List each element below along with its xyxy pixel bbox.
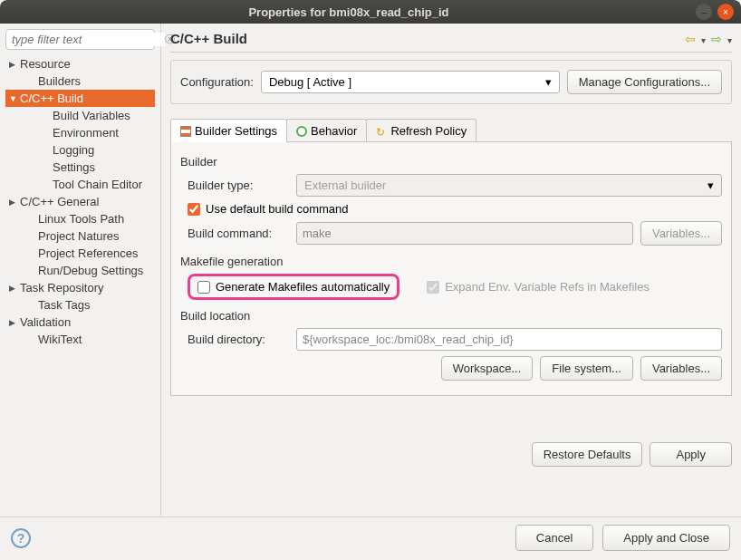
tab-builder-settings[interactable]: Builder Settings [170,119,287,142]
use-default-row: Use default build command [188,202,722,216]
manage-configurations-button[interactable]: Manage Configurations... [567,70,722,94]
build-dir-row: Build directory: [188,328,722,351]
tree-item-label: Settings [53,160,95,174]
tree-item-project-references[interactable]: Project References [5,245,155,262]
cancel-button[interactable]: Cancel [515,525,593,551]
tree-item-label: Resource [20,57,71,71]
build-command-row: Build command: Variables... [188,221,722,246]
chevron-right-icon[interactable]: ▶ [9,318,20,327]
back-menu[interactable] [698,32,706,46]
tree-item-project-natures[interactable]: Project Natures [5,227,155,245]
tree-item-c-c-general[interactable]: ▶C/C++ General [5,193,155,210]
panel-actions: Restore Defaults Apply [170,442,732,467]
tree-item-label: Validation [20,315,71,329]
forward-menu[interactable] [724,32,732,46]
tab-behavior[interactable]: Behavior [286,119,367,142]
tree-item-task-tags[interactable]: Task Tags [5,296,155,314]
expand-env-label: Expand Env. Variable Refs in Makefiles [445,280,650,294]
generate-makefiles-checkbox[interactable] [197,281,210,294]
filesystem-button[interactable]: File system... [540,356,633,381]
back-icon[interactable]: ⇦ [685,32,696,46]
footer: ? Cancel Apply and Close [0,517,741,560]
highlight-annotation: Generate Makefiles automatically [188,274,399,300]
filter-box[interactable]: ⓧ [5,29,155,50]
tree-item-label: Tool Chain Editor [53,178,142,191]
tree-item-label: Linux Tools Path [38,212,124,226]
build-location-legend: Build location [180,309,722,323]
build-dir-input[interactable] [296,328,722,351]
tab-panel: Builder Builder type: External builder ▾… [170,141,732,396]
tree-item-label: Project Natures [38,229,120,243]
tree-item-logging[interactable]: Logging [5,141,155,159]
apply-button[interactable]: Apply [650,442,732,467]
tree-item-run-debug-settings[interactable]: Run/Debug Settings [5,262,155,279]
tree-item-label: Logging [53,143,94,157]
tree-item-label: Run/Debug Settings [38,264,143,277]
tree-item-tool-chain-editor[interactable]: Tool Chain Editor [5,176,155,193]
minimize-button[interactable]: – [696,4,712,20]
use-default-checkbox[interactable] [188,203,200,216]
configuration-label: Configuration: [180,75,254,89]
tree-item-validation[interactable]: ▶Validation [5,314,155,331]
generate-makefiles-label: Generate Makefiles automatically [216,280,390,294]
nav-arrows: ⇦ ⇨ [683,32,732,46]
tree-item-builders[interactable]: Builders [5,72,155,90]
tab-refresh-policy[interactable]: ↻ Refresh Policy [366,119,476,142]
builder-type-select[interactable]: External builder ▾ [296,174,722,197]
tree-item-resource[interactable]: ▶Resource [5,55,155,72]
tree-item-label: Task Tags [38,298,91,312]
main-header: C/C++ Build ⇦ ⇨ [170,31,732,53]
expand-env-checkbox [427,281,439,294]
window-title: Properties for bmi08x_read_chip_id [7,5,690,19]
workspace-button[interactable]: Workspace... [441,356,534,381]
tabs: Builder Settings Behavior ↻ Refresh Poli… [170,119,732,142]
tree-item-label: C/C++ Build [20,92,83,105]
dot-icon [296,126,307,137]
use-default-label: Use default build command [206,202,349,216]
chevron-right-icon[interactable]: ▶ [9,198,20,207]
close-button[interactable]: × [717,4,734,20]
help-icon[interactable]: ? [11,528,31,548]
tree-item-task-repository[interactable]: ▶Task Repository [5,279,155,296]
generate-makefiles-row: Generate Makefiles automatically [197,280,390,294]
refresh-icon: ↻ [376,126,387,137]
titlebar: Properties for bmi08x_read_chip_id – × [0,0,741,24]
configuration-row: Configuration: Debug [ Active ] ▾ Manage… [170,60,732,104]
tree-item-build-variables[interactable]: Build Variables [5,107,155,124]
expand-env-row: Expand Env. Variable Refs in Makefiles [427,280,650,294]
restore-defaults-button[interactable]: Restore Defaults [532,442,643,467]
filter-input[interactable] [12,33,165,46]
location-variables-button[interactable]: Variables... [640,356,722,381]
tree-item-label: Environment [53,126,119,140]
tree-item-linux-tools-path[interactable]: Linux Tools Path [5,210,155,227]
nav-tree: ▶ResourceBuilders▼C/C++ BuildBuild Varia… [5,55,155,511]
page-title: C/C++ Build [170,31,683,46]
makefile-row: Generate Makefiles automatically Expand … [188,274,722,300]
tree-item-label: Builders [38,74,81,88]
chevron-right-icon[interactable]: ▶ [9,60,20,69]
chevron-right-icon[interactable]: ▶ [9,284,20,293]
tree-item-environment[interactable]: Environment [5,124,155,141]
list-icon [180,126,191,137]
build-command-label: Build command: [188,227,289,240]
chevron-down-icon: ▾ [707,179,714,192]
builder-type-value: External builder [304,179,386,192]
main-panel: C/C++ Build ⇦ ⇨ Configuration: Debug [ A… [161,24,741,517]
location-buttons: Workspace... File system... Variables... [188,356,722,381]
forward-icon[interactable]: ⇨ [711,32,722,46]
chevron-down-icon[interactable]: ▼ [9,94,20,103]
builder-type-label: Builder type: [188,179,289,192]
build-command-input[interactable] [296,222,633,245]
content: ⓧ ▶ResourceBuilders▼C/C++ BuildBuild Var… [0,24,741,517]
build-variables-button[interactable]: Variables... [640,221,722,246]
tree-item-label: WikiText [38,333,82,346]
build-dir-label: Build directory: [188,333,289,346]
tree-item-c-c-build[interactable]: ▼C/C++ Build [5,90,155,107]
tree-item-wikitext[interactable]: WikiText [5,331,155,348]
configuration-select[interactable]: Debug [ Active ] ▾ [261,71,560,93]
tree-item-settings[interactable]: Settings [5,159,155,176]
apply-close-button[interactable]: Apply and Close [602,525,730,551]
tree-item-label: Project References [38,246,139,260]
tree-item-label: C/C++ General [20,195,99,208]
makefile-legend: Makefile generation [180,255,722,268]
